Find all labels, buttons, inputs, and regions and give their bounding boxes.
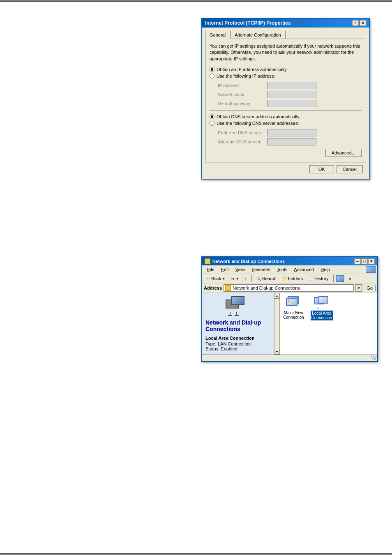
help-button[interactable]: ? xyxy=(352,20,359,26)
tab-general[interactable]: General xyxy=(205,31,230,39)
close-window-button[interactable]: ✕ xyxy=(368,258,375,264)
maximize-button[interactable]: □ xyxy=(361,258,368,264)
left-panel: Network and Dial-up Connections Local Ar… xyxy=(202,293,274,355)
dialog-body: General Alternate Configuration You can … xyxy=(202,28,369,179)
default-gateway-row: Default gateway: xyxy=(218,100,362,107)
close-button[interactable]: ✕ xyxy=(360,20,366,26)
titlebar-title-group: Network and Dial-up Connections xyxy=(205,258,285,264)
status-bar xyxy=(202,355,377,361)
search-button[interactable]: 🔍 Search xyxy=(254,275,279,282)
monitor-front xyxy=(231,296,244,305)
alternate-dns-input[interactable] xyxy=(267,138,316,145)
radio-auto-ip-input[interactable] xyxy=(210,67,214,72)
scroll-up-arrow[interactable]: ▲ xyxy=(274,293,280,299)
window-buttons: ─ □ ✕ xyxy=(354,258,375,264)
tab-alternate-config[interactable]: Alternate Configuration xyxy=(230,31,286,39)
stand-1 xyxy=(230,312,231,315)
folders-button[interactable]: 📁 Folders xyxy=(280,275,305,282)
ip-address-row: IP address: xyxy=(218,82,362,89)
radio-auto-ip[interactable]: Obtain an IP address automatically xyxy=(210,67,362,72)
forward-button[interactable]: ⇒ ▼ xyxy=(229,275,241,282)
menu-advanced[interactable]: Advanced xyxy=(291,266,317,273)
stand-2 xyxy=(236,312,237,315)
ip-field-group: IP address: Subnet mask: Default gateway… xyxy=(218,82,362,107)
tab-bar: General Alternate Configuration xyxy=(205,31,366,39)
preferred-dns-label: Preferred DNS server: xyxy=(218,130,267,135)
menu-view[interactable]: View xyxy=(232,266,249,273)
vertical-scrollbar[interactable]: ▲ ▼ xyxy=(274,293,280,355)
advanced-button[interactable]: Advanced... xyxy=(325,149,362,157)
toolbar-network-icon xyxy=(336,275,344,282)
left-panel-connection-type: Type: LAN Connection xyxy=(205,341,270,346)
back-button[interactable]: ← Back ▼ xyxy=(204,275,227,282)
explorer-title: Network and Dial-up Connections xyxy=(212,259,285,264)
radio-auto-ip-label: Obtain an IP address automatically xyxy=(217,67,286,72)
history-button[interactable]: 🕐 History xyxy=(307,275,330,282)
advanced-row: Advanced... xyxy=(210,147,362,158)
dialog-title: Internet Protocol (TCP/IP) Properties xyxy=(205,20,291,26)
dns-field-group: Preferred DNS server: Alternate DNS serv… xyxy=(218,129,362,145)
ip-address-input[interactable] xyxy=(267,82,316,89)
default-gateway-input[interactable] xyxy=(267,100,316,107)
alternate-dns-label: Alternate DNS server: xyxy=(218,139,267,144)
subnet-mask-input[interactable] xyxy=(267,91,316,98)
radio-auto-dns-input[interactable] xyxy=(210,114,214,119)
dialog-titlebar: Internet Protocol (TCP/IP) Properties ? … xyxy=(202,18,369,28)
more-button[interactable]: » xyxy=(347,275,353,282)
menu-favorites[interactable]: Favorites xyxy=(248,266,273,273)
ok-button[interactable]: OK xyxy=(309,165,334,173)
alternate-dns-row: Alternate DNS server: xyxy=(218,138,362,145)
address-dropdown-button[interactable]: ▼ xyxy=(355,284,362,292)
ip-address-label: IP address: xyxy=(218,83,267,88)
menubar: FFileile Edit View Favorites Tools Advan… xyxy=(202,265,377,274)
dns-radio-group: Obtain DNS server address automatically … xyxy=(210,114,362,126)
local-area-connection-label: Local AreaConnection xyxy=(311,311,333,320)
radio-manual-dns-input[interactable] xyxy=(210,121,214,126)
left-panel-connection-name: Local Area Connection xyxy=(205,336,270,341)
cancel-button[interactable]: Cancel xyxy=(337,165,363,173)
menu-tools[interactable]: Tools xyxy=(274,266,291,273)
address-value: Network and Dial-up Connections xyxy=(233,286,300,290)
section-divider xyxy=(210,111,362,111)
local-area-icon-graphic xyxy=(314,296,329,309)
forward-dropdown-icon[interactable]: ▼ xyxy=(235,277,239,281)
local-stand xyxy=(318,307,318,309)
menu-file[interactable]: FFileile xyxy=(204,266,218,273)
base-1 xyxy=(228,315,232,316)
status-text xyxy=(204,356,205,360)
go-button[interactable]: Go xyxy=(364,285,376,291)
preferred-dns-input[interactable] xyxy=(267,129,316,136)
radio-auto-dns[interactable]: Obtain DNS server address automatically xyxy=(210,114,362,119)
bottom-border xyxy=(0,553,392,555)
left-panel-connection-status: Status: Enabled xyxy=(205,346,270,351)
explorer-titlebar: Network and Dial-up Connections ─ □ ✕ xyxy=(202,257,377,265)
local-area-connection-icon[interactable]: Local AreaConnection xyxy=(311,296,333,351)
radio-manual-ip[interactable]: Use the following IP address: xyxy=(210,74,362,78)
dialog-frame: Internet Protocol (TCP/IP) Properties ? … xyxy=(201,18,370,180)
back-dropdown-icon[interactable]: ▼ xyxy=(222,277,225,281)
left-panel-title: Network and Dial-up Connections xyxy=(205,319,270,332)
radio-manual-dns[interactable]: Use the following DNS server addresses: xyxy=(210,121,362,126)
go-label: Go xyxy=(367,286,373,290)
dialog-footer: OK Cancel xyxy=(205,162,366,176)
explorer-content-wrapper: Network and Dial-up Connections Local Ar… xyxy=(202,293,377,355)
history-icon: 🕐 xyxy=(309,276,314,281)
toolbar: ← Back ▼ ⇒ ▼ ↑ 🔍 Search 📁 F xyxy=(202,274,377,283)
forward-arrow-icon: ⇒ xyxy=(231,276,235,281)
address-input-container[interactable]: Network and Dial-up Connections xyxy=(224,284,354,292)
scroll-down-arrow[interactable]: ▼ xyxy=(274,349,280,355)
menu-edit[interactable]: Edit xyxy=(218,266,232,273)
subnet-mask-row: Subnet mask: xyxy=(218,91,362,98)
network-icon-graphic xyxy=(226,296,250,317)
up-button[interactable]: ↑ xyxy=(242,275,249,282)
up-icon: ↑ xyxy=(244,276,247,281)
minimize-button[interactable]: ─ xyxy=(354,258,361,264)
more-label: » xyxy=(349,276,351,281)
menu-help[interactable]: Help xyxy=(317,266,333,273)
make-new-connection-icon[interactable]: ✦ Make NewConnection xyxy=(283,296,304,351)
radio-manual-ip-input[interactable] xyxy=(210,74,214,78)
tab-content-general: You can get IP settings assigned automat… xyxy=(205,39,366,162)
address-folder-icon xyxy=(225,285,231,291)
subnet-mask-label: Subnet mask: xyxy=(218,92,267,97)
radio-auto-dns-label: Obtain DNS server address automatically xyxy=(217,114,300,119)
